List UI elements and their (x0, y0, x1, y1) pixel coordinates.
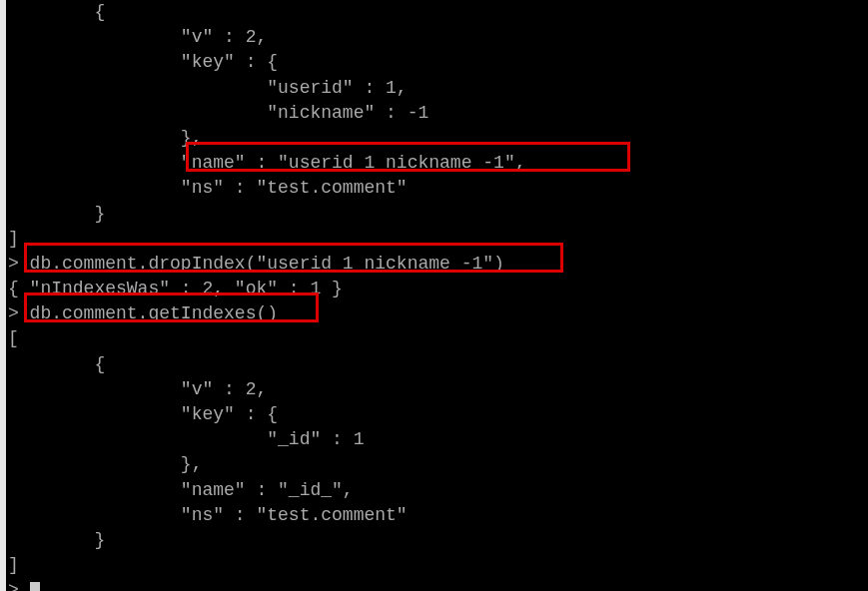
command-line: > db.comment.getIndexes() (8, 301, 868, 326)
code-line: }, (8, 452, 868, 477)
code-line: "nickname" : -1 (8, 101, 868, 126)
code-line: [ (8, 326, 868, 351)
code-line: "ns" : "test.comment" (8, 176, 868, 201)
left-margin (0, 0, 6, 591)
code-line: ] (8, 227, 868, 252)
code-line: "key" : { (8, 50, 868, 75)
code-line: ] (8, 553, 868, 578)
code-line: { "nIndexesWas" : 2, "ok" : 1 } (8, 277, 868, 301)
code-line: "_id" : 1 (8, 427, 868, 452)
code-line: "name" : "userid_1_nickname_-1", (8, 151, 868, 176)
cursor (30, 582, 40, 591)
code-line: { (8, 0, 868, 25)
prompt-line[interactable]: > (8, 578, 868, 591)
code-line: { (8, 352, 868, 377)
code-line: "v" : 2, (8, 25, 868, 50)
code-line: } (8, 528, 868, 553)
code-line: "userid" : 1, (8, 76, 868, 101)
prompt-text: > (8, 580, 30, 591)
code-line: }, (8, 126, 868, 151)
code-line: "name" : "_id_", (8, 478, 868, 503)
code-line: "v" : 2, (8, 377, 868, 402)
code-line: "ns" : "test.comment" (8, 503, 868, 528)
terminal-output[interactable]: { "v" : 2, "key" : { "userid" : 1, "nick… (8, 0, 868, 591)
code-line: } (8, 202, 868, 227)
code-line: "key" : { (8, 402, 868, 427)
command-line: > db.comment.dropIndex("userid_1_nicknam… (8, 252, 868, 277)
